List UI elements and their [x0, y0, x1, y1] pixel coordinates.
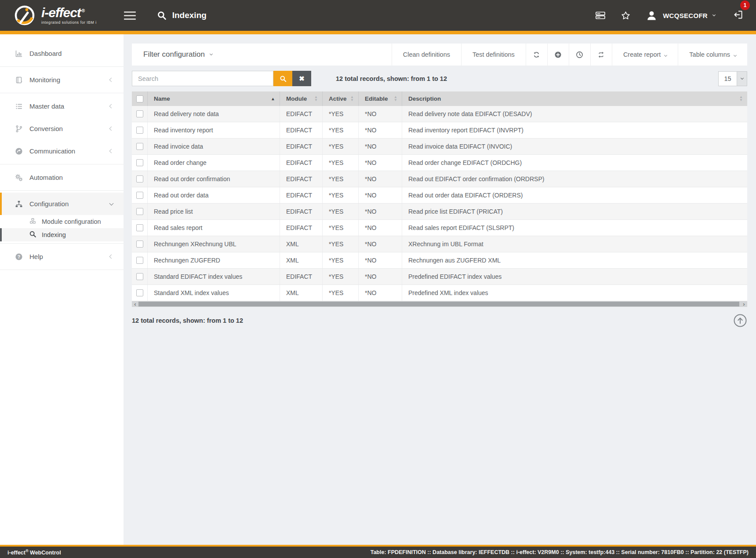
row-editable: *NO: [359, 139, 402, 154]
notification-badge[interactable]: 1: [740, 0, 750, 10]
arrow-up-circle-icon: [733, 314, 747, 328]
table-row[interactable]: Read invoice data EDIFACT *YES *NO Read …: [132, 139, 747, 155]
transfer-icon: [597, 51, 605, 58]
clear-search-button[interactable]: ✖: [292, 71, 311, 86]
add-button[interactable]: [547, 44, 569, 66]
row-description: Read out EDIFACT order confirmation (ORD…: [402, 171, 747, 187]
create-report-label: Create report: [623, 51, 661, 58]
scroll-left-arrow[interactable]: ‹: [132, 302, 138, 307]
row-description: Read inventory report EDIFACT (INVRPT): [402, 122, 747, 138]
table-row[interactable]: Read price list EDIFACT *YES *NO Read pr…: [132, 204, 747, 220]
sidebar-item-master-data[interactable]: Master data: [0, 95, 124, 117]
table-row[interactable]: Read out order data EDIFACT *YES *NO Rea…: [132, 187, 747, 204]
table-row[interactable]: Read order change EDIFACT *YES *NO Read …: [132, 155, 747, 171]
user-avatar-icon: [646, 10, 658, 22]
star-icon[interactable]: [621, 11, 631, 21]
sidebar-item-label: Module configuration: [42, 218, 101, 225]
row-checkbox[interactable]: [136, 257, 143, 264]
sidebar-item-label: Communication: [29, 147, 75, 155]
search-input[interactable]: [132, 71, 273, 86]
sidebar-item-help[interactable]: ? Help: [0, 245, 124, 268]
table-row[interactable]: Rechnungen XRechnung UBL XML *YES *NO XR…: [132, 236, 747, 252]
row-active: *YES: [323, 139, 359, 154]
sidebar-item-conversion[interactable]: Conversion: [0, 117, 124, 140]
transfer-button[interactable]: [590, 44, 612, 66]
row-module: XML: [280, 252, 323, 268]
row-editable: *NO: [359, 122, 402, 138]
refresh-button[interactable]: [526, 44, 547, 66]
row-active: *YES: [323, 252, 359, 268]
row-active: *YES: [323, 106, 359, 122]
row-editable: *NO: [359, 252, 402, 268]
sidebar-item-communication[interactable]: Communication: [0, 140, 124, 162]
table-row[interactable]: Standard EDIFACT index values EDIFACT *Y…: [132, 269, 747, 285]
sidebar-item-automation[interactable]: Automation: [0, 166, 124, 189]
row-module: EDIFACT: [280, 122, 323, 138]
column-header-editable[interactable]: Editable ▲▼: [359, 91, 402, 106]
hamburger-menu-icon[interactable]: [124, 11, 136, 20]
table-row[interactable]: Read inventory report EDIFACT *YES *NO R…: [132, 122, 747, 139]
column-header-module[interactable]: Module ▲▼: [280, 91, 323, 106]
horizontal-scrollbar[interactable]: ‹ ›: [132, 301, 747, 307]
page-size-select[interactable]: 15: [718, 71, 747, 86]
create-report-dropdown[interactable]: Create report: [612, 44, 678, 66]
row-checkbox-cell: [132, 155, 148, 171]
row-checkbox[interactable]: [136, 175, 143, 182]
row-editable: *NO: [359, 106, 402, 122]
row-module: EDIFACT: [280, 220, 323, 236]
row-checkbox-cell: [132, 236, 148, 252]
row-checkbox[interactable]: [136, 110, 143, 117]
row-active: *YES: [323, 285, 359, 301]
row-checkbox-cell: [132, 139, 148, 154]
row-name: Read order change: [148, 155, 280, 171]
filter-configuration-dropdown[interactable]: Filter configuration: [132, 44, 224, 66]
row-name: Read sales report: [148, 220, 280, 236]
table-columns-dropdown[interactable]: Table columns: [678, 44, 747, 66]
row-checkbox[interactable]: [136, 159, 143, 166]
row-checkbox[interactable]: [136, 192, 143, 199]
scroll-to-top-button[interactable]: [733, 314, 747, 328]
row-checkbox[interactable]: [136, 127, 143, 134]
column-label: Name: [154, 95, 170, 102]
server-icon[interactable]: [595, 10, 606, 21]
table-row[interactable]: Read out order confirmation EDIFACT *YES…: [132, 171, 747, 187]
row-checkbox[interactable]: [136, 224, 143, 231]
row-description: Read order change EDIFACT (ORDCHG): [402, 155, 747, 171]
row-description: Read delivery note data EDIFACT (DESADV): [402, 106, 747, 122]
chevron-left-icon: [109, 255, 114, 259]
scroll-right-arrow[interactable]: ›: [741, 302, 747, 307]
table-row[interactable]: Standard XML index values XML *YES *NO P…: [132, 285, 747, 301]
row-checkbox[interactable]: [136, 143, 143, 150]
scrollbar-thumb[interactable]: [138, 302, 739, 306]
chevron-down-icon: [737, 72, 747, 86]
table-row[interactable]: Read delivery note data EDIFACT *YES *NO…: [132, 106, 747, 122]
row-checkbox[interactable]: [136, 273, 143, 280]
row-checkbox[interactable]: [136, 208, 143, 215]
sidebar-item-indexing[interactable]: Indexing: [0, 228, 124, 241]
sidebar-item-monitoring[interactable]: Monitoring: [0, 69, 124, 91]
sidebar-item-dashboard[interactable]: Dashboard: [0, 42, 124, 65]
logout-button[interactable]: 1: [733, 9, 744, 22]
sidebar: Dashboard Monitoring Master data: [0, 34, 124, 545]
column-header-name[interactable]: Name ▲: [148, 91, 280, 106]
logout-icon: [733, 9, 744, 20]
test-definitions-button[interactable]: Test definitions: [461, 44, 526, 66]
column-header-description[interactable]: Description ▲▼: [402, 91, 747, 106]
sort-icons: ▲▼: [394, 96, 397, 102]
row-checkbox-cell: [132, 252, 148, 268]
column-header-active[interactable]: Active ▲▼: [323, 91, 359, 106]
status-bar: i-effect® WebControl Table: FPDEFINITION…: [0, 545, 756, 558]
sidebar-item-configuration[interactable]: Configuration: [0, 193, 124, 215]
clean-definitions-button[interactable]: Clean definitions: [392, 44, 461, 66]
row-checkbox[interactable]: [136, 241, 143, 248]
row-checkbox[interactable]: [136, 289, 143, 296]
history-button[interactable]: [569, 44, 590, 66]
table-row[interactable]: Read sales report EDIFACT *YES *NO Read …: [132, 220, 747, 236]
cubes-icon: [29, 217, 36, 226]
table-row[interactable]: Rechnungen ZUGFERD XML *YES *NO Rechnung…: [132, 252, 747, 269]
user-menu[interactable]: WCQSECOFR: [646, 10, 715, 22]
chevron-down-icon: [664, 53, 667, 56]
search-button[interactable]: [273, 71, 292, 86]
select-all-checkbox[interactable]: [136, 95, 143, 102]
sidebar-item-module-configuration[interactable]: Module configuration: [0, 215, 124, 228]
